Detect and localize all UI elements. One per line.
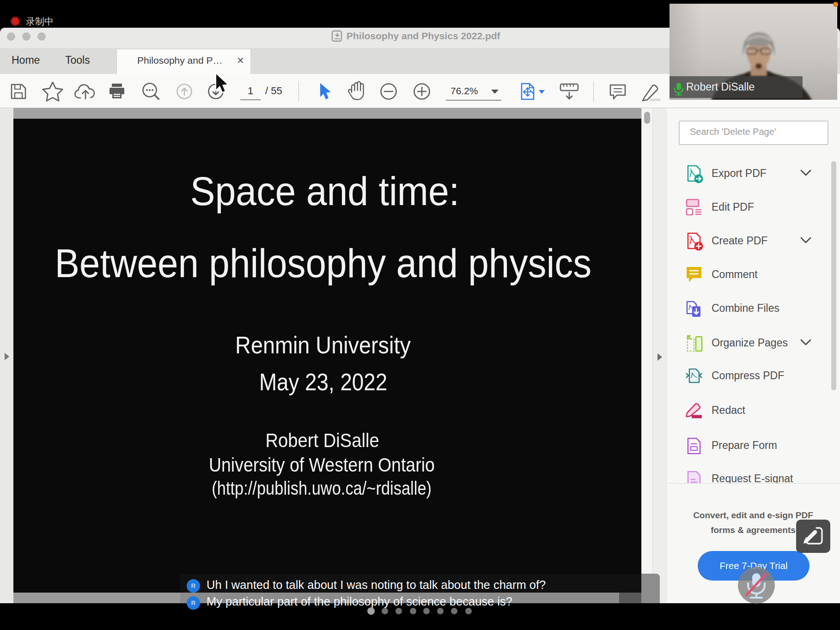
svg-text:Comment: Comment [712, 268, 758, 280]
svg-text:Combine Files: Combine Files [712, 302, 779, 314]
svg-text:Create PDF: Create PDF [712, 235, 767, 247]
svg-text:Redact: Redact [712, 404, 745, 416]
svg-text:Request E-signat: Request E-signat [712, 472, 793, 483]
svg-text:Organize Pages: Organize Pages [712, 337, 788, 349]
svg-text:Prepare Form: Prepare Form [712, 439, 777, 451]
svg-text:Edit PDF: Edit PDF [712, 201, 754, 213]
svg-text:Export PDF: Export PDF [712, 167, 767, 179]
svg-text:Compress PDF: Compress PDF [712, 370, 784, 382]
